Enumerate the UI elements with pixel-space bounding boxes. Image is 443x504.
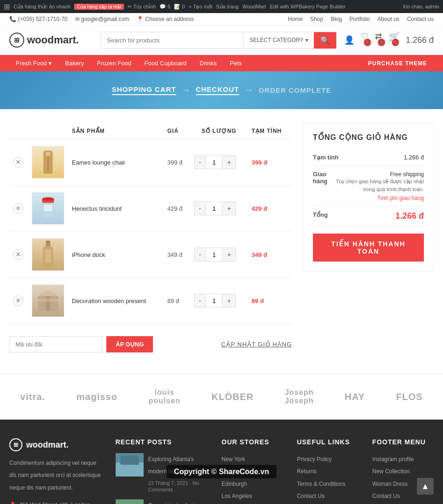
builder-label[interactable]: Edit with WPBakery Page Builder: [270, 4, 346, 9]
nav-shop[interactable]: Shop: [310, 16, 323, 22]
edit-page[interactable]: Sửa trang: [216, 4, 239, 10]
apply-coupon-button[interactable]: ÁP DỤNG: [106, 336, 153, 352]
search-bar: SELECT CATEGORY ▾ 🔍: [101, 32, 337, 49]
chevron-down-icon: ▾: [305, 37, 308, 43]
link-contact-us[interactable]: Contact Us: [297, 490, 359, 502]
link-privacy[interactable]: Privacy Policy: [297, 453, 359, 465]
product-name-2: Henectus tincidunt: [72, 205, 122, 212]
footer-post-1: Exploring Atlanta's modern homes 23 Thán…: [116, 453, 208, 493]
summary-title: TỔNG CỘNG GIỎ HÀNG: [313, 133, 424, 142]
arrow-icon-1: →: [182, 85, 190, 95]
qty-increase-4[interactable]: +: [222, 294, 235, 307]
brand-joseph-joseph: JosephJoseph: [285, 388, 314, 405]
edit-label[interactable]: ✏ Tùy chỉnh: [128, 4, 156, 10]
update-cart-button[interactable]: CẬP NHẬT GIỎ HÀNG: [222, 341, 292, 348]
compare-icon[interactable]: ⇄ 0: [375, 31, 382, 49]
nav-food-cupboard[interactable]: Food Cupboard: [138, 55, 193, 71]
store-los-angeles[interactable]: Los Angeles: [222, 490, 283, 502]
search-button[interactable]: 🔍: [314, 32, 336, 48]
purchase-theme-area: PURCHASE THEME: [361, 55, 434, 71]
logo-text: woodmart.: [27, 34, 79, 46]
store-new-york[interactable]: New York: [222, 453, 283, 465]
link-returns[interactable]: Returns: [297, 465, 359, 477]
scroll-to-top-button[interactable]: ▲: [417, 478, 434, 495]
add-new[interactable]: + Tạo mới: [188, 4, 212, 10]
store-name: Cửa hàng thức ăn nhanh: [14, 4, 70, 10]
remove-item-2[interactable]: ×: [13, 203, 23, 214]
hero-section: SHOPPING CART → CHECKOUT → ORDER COMPLET…: [0, 71, 443, 109]
store-chicago[interactable]: Chicago: [222, 503, 283, 504]
qty-increase-2[interactable]: +: [222, 202, 235, 215]
compare-badge: 0: [378, 39, 385, 46]
step-shopping-cart[interactable]: SHOPPING CART: [112, 85, 176, 95]
purchase-theme-link[interactable]: PURCHASE THEME: [361, 55, 434, 71]
logo[interactable]: ⊞ woodmart.: [9, 33, 93, 48]
user-icon[interactable]: 👤: [344, 35, 354, 45]
wp-icon[interactable]: ⊞: [4, 2, 10, 11]
post-title-2[interactable]: Green interior design inspiration: [148, 499, 208, 504]
nav-frozen-food[interactable]: Frozen Food: [90, 55, 138, 71]
svg-marker-15: [38, 290, 58, 296]
step-checkout[interactable]: CHECKOUT: [196, 85, 239, 95]
header: ⊞ woodmart. SELECT CATEGORY ▾ 🔍 👤 ♡ 0 ⇄ …: [0, 26, 443, 55]
coupon-form: ÁP DỤNG: [9, 336, 153, 352]
calc-shipping-link[interactable]: Tính phí giao hàng: [331, 195, 424, 201]
store-london-sf[interactable]: London SF: [222, 465, 283, 477]
product-price-4: 89 đ: [167, 297, 179, 304]
remove-item-4[interactable]: ×: [13, 296, 23, 306]
wishlist-icon[interactable]: ♡ 0: [361, 31, 368, 49]
checkout-button[interactable]: TIẾN HÀNH THANH TOÁN: [313, 234, 424, 262]
qty-input-4[interactable]: [206, 295, 222, 307]
qty-decrease-1[interactable]: -: [194, 156, 206, 169]
col-remove: [9, 123, 28, 139]
qty-decrease-2[interactable]: -: [194, 202, 206, 215]
nav-blog[interactable]: Blog: [331, 16, 342, 22]
qty-input-2[interactable]: [206, 202, 222, 215]
qty-increase-1[interactable]: +: [222, 156, 235, 169]
qty-decrease-3[interactable]: -: [194, 248, 206, 261]
svg-point-3: [162, 71, 177, 84]
cart-total[interactable]: 1.266 đ: [406, 35, 434, 45]
footer: ⊞ woodmart. Condimentum adipiscing vel n…: [0, 420, 443, 504]
qty-increase-3[interactable]: +: [222, 248, 235, 261]
product-name-3: iPhone dock: [72, 251, 105, 258]
nav-contact[interactable]: Contact us: [407, 16, 434, 22]
product-image-3: [32, 238, 64, 271]
footer-menu-new-collection[interactable]: New Collection: [372, 465, 434, 477]
footer-menu-latest-news[interactable]: Latest News: [372, 503, 434, 504]
link-latest-news[interactable]: Latest News: [297, 503, 359, 504]
footer-grid: ⊞ woodmart. Condimentum adipiscing vel n…: [9, 438, 434, 504]
qty-input-1[interactable]: [206, 156, 222, 169]
footer-about-col: ⊞ woodmart. Condimentum adipiscing vel n…: [9, 438, 102, 504]
nav-about[interactable]: About us: [377, 16, 399, 22]
nav-pets[interactable]: Pets: [223, 55, 249, 71]
cart-icon[interactable]: 🛒 2: [389, 31, 399, 49]
nav-portfolio[interactable]: Portfolio: [349, 16, 370, 22]
nav-drinks[interactable]: Drinks: [193, 55, 223, 71]
footer-posts-col: RECENT POSTS Exploring Atlanta's modern …: [116, 438, 208, 504]
link-terms[interactable]: Terms & Conditions: [297, 478, 359, 490]
coupon-input[interactable]: [9, 336, 103, 352]
search-input[interactable]: [101, 32, 243, 48]
nav-bakery[interactable]: Bakery: [58, 55, 90, 71]
store-edinburgh[interactable]: Edinburgh: [222, 478, 283, 490]
comments-count[interactable]: 💬 6: [159, 4, 170, 10]
remove-item-1[interactable]: ×: [13, 157, 23, 167]
qty-input-3[interactable]: [206, 249, 222, 261]
search-category-selector[interactable]: SELECT CATEGORY ▾: [243, 32, 314, 48]
post-title-1[interactable]: Exploring Atlanta's modern homes: [148, 453, 208, 478]
drafts-count[interactable]: 📝 0: [174, 4, 185, 10]
qty-decrease-4[interactable]: -: [194, 294, 206, 307]
nav-home[interactable]: Home: [288, 16, 303, 22]
remove-item-3[interactable]: ×: [13, 249, 23, 260]
cart-section: SẢN PHẨM GIÁ SỐ LƯỢNG TẠM TÍNH × Eames l…: [9, 123, 292, 360]
col-subtotal: TẠM TÍNH: [248, 123, 292, 139]
svg-rect-13: [45, 249, 51, 263]
greeting: Xin chào, admin: [402, 4, 439, 9]
nav-fresh-food[interactable]: Fresh Food ▾: [9, 55, 58, 71]
subtotal-label: Tạm tính: [313, 154, 339, 161]
footer-menu-instagram[interactable]: Instagram profile: [372, 453, 434, 465]
theme-name[interactable]: WoodMart: [242, 4, 266, 9]
footer-stores-col: OUR STORES New York London SF Edinburgh …: [222, 438, 283, 504]
footer-logo-text: woodmart.: [26, 440, 69, 450]
